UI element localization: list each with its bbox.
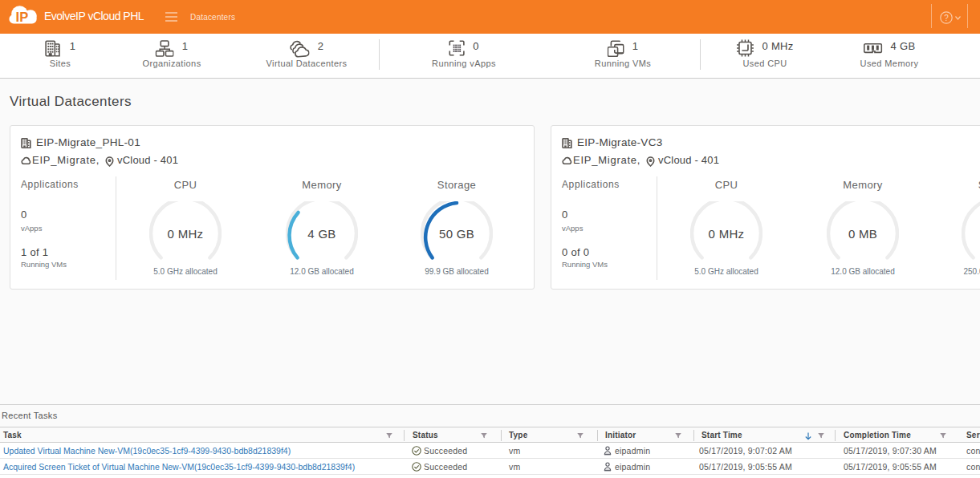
svg-text:?: ?	[944, 14, 949, 22]
svg-text:IP: IP	[16, 10, 29, 24]
